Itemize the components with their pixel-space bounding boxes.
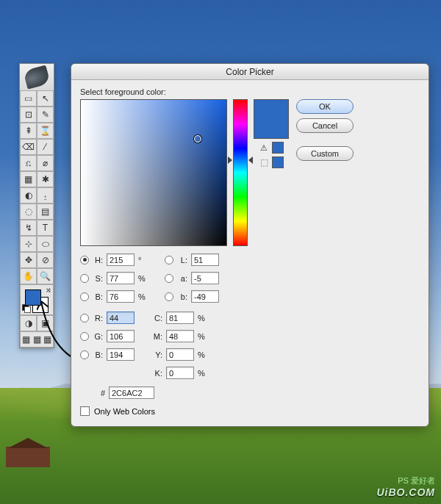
watermark: UiBO.COM (376, 486, 435, 498)
tool-blur[interactable]: ◐ (20, 187, 37, 204)
tool-dodge[interactable]: ⍚ (37, 187, 54, 204)
radio-g[interactable] (80, 332, 89, 341)
radio-r[interactable] (80, 314, 89, 323)
k-input[interactable]: 0 (166, 367, 194, 379)
l-label: L: (177, 256, 187, 264)
h-label: H: (93, 256, 103, 264)
only-web-checkbox[interactable] (80, 406, 90, 416)
screenmode-2[interactable]: ▦ (32, 334, 43, 345)
radio-a[interactable] (165, 274, 173, 283)
h-input[interactable]: 215 (107, 253, 135, 266)
color-field-cursor[interactable] (194, 135, 201, 143)
color-preview (254, 99, 289, 139)
lab-b-input[interactable]: -49 (191, 290, 219, 303)
dialog-title: Color Picker (226, 67, 273, 77)
screen-modes: ▦ ▦ ▦ (20, 331, 54, 348)
r-input[interactable]: 44 (107, 312, 135, 324)
radio-lab-b[interactable] (165, 292, 173, 301)
c-unit: % (198, 314, 207, 323)
color-swatches: ⤭ (20, 284, 54, 315)
websafe-swatch[interactable] (272, 156, 284, 168)
y-input[interactable]: 0 (166, 348, 194, 361)
tool-zoom[interactable]: 🔍 (37, 268, 54, 284)
a-input[interactable]: -5 (191, 272, 219, 284)
tool-direct[interactable]: ▤ (37, 204, 54, 220)
k-unit: % (198, 369, 207, 378)
screenmode-3[interactable]: ▦ (42, 334, 53, 345)
foreground-color-swatch[interactable] (25, 289, 41, 306)
hex-input[interactable]: 2C6AC2 (109, 386, 154, 399)
mode-quickmask[interactable]: ▣ (37, 315, 54, 331)
watermark-secondary: PS 爱好者 (398, 475, 435, 486)
radio-b[interactable] (80, 292, 89, 301)
s-label: S: (93, 274, 103, 283)
rgb-b-input[interactable]: 194 (107, 348, 135, 361)
m-input[interactable]: 48 (166, 330, 194, 342)
tools-header (20, 64, 54, 90)
ok-button[interactable]: OK (296, 99, 354, 114)
tools-panel: ▭ ↖ ⊡ ✎ ⇞ ⌛ ⌫ ∕ ⎌ ⌀ ▦ ✱ ◐ ⍚ ◌ ▤ ↯ T ⊹ ⬭ … (19, 63, 54, 348)
hue-caret-left (228, 156, 232, 164)
radio-h[interactable] (80, 256, 89, 264)
a-label: a: (177, 274, 187, 283)
tool-stamp[interactable]: ⎌ (20, 155, 37, 171)
tool-path[interactable]: ◌ (20, 204, 37, 220)
screenmode-1[interactable]: ▦ (21, 334, 32, 345)
tool-hand[interactable]: ✋ (20, 268, 37, 284)
m-label: M: (152, 332, 162, 341)
tool-slice[interactable]: ⌛ (37, 123, 54, 139)
tool-lasso[interactable]: ⊡ (20, 107, 37, 123)
gamut-warning-icon[interactable]: ⚠ (259, 143, 269, 152)
current-color[interactable] (254, 119, 288, 138)
tool-notes[interactable]: ✥ (20, 252, 37, 268)
color-picker-dialog: Color Picker Select foreground color: (71, 63, 429, 427)
new-color (254, 100, 288, 119)
s-unit: % (138, 274, 147, 283)
gamut-swatch[interactable] (272, 142, 284, 154)
tool-marquee[interactable]: ▭ (20, 90, 37, 107)
g-input[interactable]: 106 (107, 330, 135, 342)
y-unit: % (198, 350, 207, 359)
tool-history[interactable]: ⌀ (37, 155, 54, 171)
tool-type[interactable]: T (37, 220, 54, 236)
hue-caret-right (248, 156, 253, 164)
barn (6, 447, 50, 467)
color-field[interactable] (80, 99, 227, 246)
rgb-b-label: B: (93, 350, 103, 359)
tool-move[interactable]: ↖ (37, 90, 54, 107)
tool-eraser[interactable]: ▦ (20, 171, 37, 187)
tool-eyedrop[interactable]: ⊘ (37, 252, 54, 268)
b-label: B: (93, 292, 103, 301)
websafe-warning-icon[interactable]: ⬚ (259, 157, 269, 168)
tool-ellipse[interactable]: ⬭ (37, 236, 54, 252)
tool-pen[interactable]: ↯ (20, 220, 37, 236)
c-input[interactable]: 81 (166, 312, 194, 324)
k-label: K: (152, 369, 162, 378)
hue-slider[interactable] (233, 99, 248, 246)
b-input[interactable]: 76 (107, 290, 135, 303)
cancel-button[interactable]: Cancel (296, 118, 354, 133)
lab-b-label: b: (177, 292, 187, 301)
custom-button[interactable]: Custom (296, 146, 354, 161)
r-label: R: (93, 314, 103, 323)
tool-gradient[interactable]: ✱ (37, 171, 54, 187)
tool-crop[interactable]: ⇞ (20, 123, 37, 139)
hex-label: # (95, 389, 105, 397)
swap-colors-icon[interactable]: ⤭ (46, 287, 51, 294)
s-input[interactable]: 77 (107, 272, 135, 284)
dialog-titlebar[interactable]: Color Picker (71, 64, 429, 80)
l-input[interactable]: 51 (191, 253, 219, 266)
only-web-label: Only Web Colors (94, 407, 155, 416)
radio-s[interactable] (80, 274, 89, 283)
h-unit: ° (138, 256, 147, 264)
tool-shape[interactable]: ⊹ (20, 236, 37, 252)
tool-wand[interactable]: ✎ (37, 107, 54, 123)
radio-rgb-b[interactable] (80, 350, 89, 359)
tool-brush[interactable]: ∕ (37, 139, 54, 155)
tool-heal[interactable]: ⌫ (20, 139, 37, 155)
tools-grid: ▭ ↖ ⊡ ✎ ⇞ ⌛ ⌫ ∕ ⎌ ⌀ ▦ ✱ ◐ ⍚ ◌ ▤ ↯ T ⊹ ⬭ … (20, 90, 54, 348)
m-unit: % (198, 332, 207, 341)
radio-l[interactable] (165, 256, 173, 264)
mode-standard[interactable]: ◑ (20, 315, 37, 331)
feather-icon (23, 65, 51, 89)
